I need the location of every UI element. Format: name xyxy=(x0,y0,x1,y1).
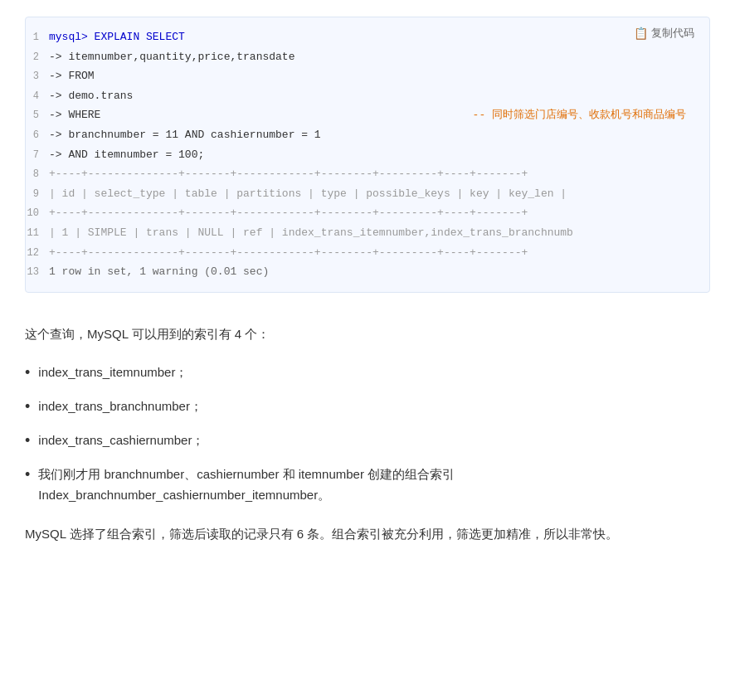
bullet-dot: • xyxy=(25,464,30,486)
code-line: 9| id | select_type | table | partitions… xyxy=(26,184,696,204)
bullet-text: index_trans_branchnumber； xyxy=(38,396,710,417)
line-number: 8 xyxy=(26,166,49,184)
code-line: 4-> demo.trans xyxy=(26,86,696,106)
bullet-item: •我们刚才用 branchnumber、cashiernumber 和 item… xyxy=(25,464,710,506)
copy-icon: 📋 xyxy=(634,27,648,40)
line-number: 2 xyxy=(26,49,49,67)
copy-button[interactable]: 📋 复制代码 xyxy=(629,24,699,42)
bullet-item: •index_trans_cashiernumber； xyxy=(25,430,710,452)
line-number: 6 xyxy=(26,127,49,145)
line-text: -> FROM xyxy=(49,66,686,85)
code-line: 1mysql> EXPLAIN SELECT xyxy=(26,27,696,47)
line-number: 7 xyxy=(26,147,49,165)
bullet-item: •index_trans_itemnumber； xyxy=(25,362,710,384)
line-text: | id | select_type | table | partitions … xyxy=(49,184,686,203)
line-text: -> itemnumber,quantity,price,transdate xyxy=(49,47,686,66)
line-text: +----+--------------+-------+-----------… xyxy=(49,164,686,183)
line-text: mysql> EXPLAIN SELECT xyxy=(49,27,686,46)
bullet-dot: • xyxy=(25,396,30,418)
code-block: 📋 复制代码 1mysql> EXPLAIN SELECT2-> itemnum… xyxy=(25,17,710,293)
code-line: 11| 1 | SIMPLE | trans | NULL | ref | in… xyxy=(26,223,696,243)
code-line: 10+----+--------------+-------+---------… xyxy=(26,203,696,223)
line-text: -> AND itemnumber = 100; xyxy=(49,145,686,164)
line-number: 10 xyxy=(26,205,49,223)
code-line: 6-> branchnumber = 11 AND cashiernumber … xyxy=(26,125,696,145)
line-text: +----+--------------+-------+-----------… xyxy=(49,243,686,262)
code-line: 12+----+--------------+-------+---------… xyxy=(26,243,696,263)
bullet-text: 我们刚才用 branchnumber、cashiernumber 和 itemn… xyxy=(38,464,710,506)
line-number: 5 xyxy=(26,107,49,125)
line-text: -- 同时筛选门店编号、收款机号和商品编号 xyxy=(298,105,686,124)
line-number: 13 xyxy=(26,264,49,282)
line-number: 12 xyxy=(26,245,49,263)
line-number: 9 xyxy=(26,186,49,204)
line-text: -> branchnumber = 11 AND cashiernumber =… xyxy=(49,125,686,144)
line-text: | 1 | SIMPLE | trans | NULL | ref | inde… xyxy=(49,223,686,242)
bullet-dot: • xyxy=(25,430,30,452)
line-number: 1 xyxy=(26,29,49,47)
bullet-dot: • xyxy=(25,362,30,384)
copy-label: 复制代码 xyxy=(651,26,694,41)
bullet-text: index_trans_cashiernumber； xyxy=(38,430,710,451)
code-line: 2-> itemnumber,quantity,price,transdate xyxy=(26,47,696,67)
code-line: 3-> FROM xyxy=(26,66,696,86)
conclusion-text: MySQL 选择了组合索引，筛选后读取的记录只有 6 条。组合索引被充分利用，筛… xyxy=(25,523,710,545)
line-text: 1 row in set, 1 warning (0.01 sec) xyxy=(49,262,686,281)
code-content: 1mysql> EXPLAIN SELECT2-> itemnumber,qua… xyxy=(26,27,696,282)
code-line: 8+----+--------------+-------+----------… xyxy=(26,164,696,184)
line-number: 11 xyxy=(26,225,49,243)
line-text: -> demo.trans xyxy=(49,86,686,105)
intro-text: 这个查询，MySQL 可以用到的索引有 4 个： xyxy=(25,323,710,345)
code-line: 5-> WHERE -- 同时筛选门店编号、收款机号和商品编号 xyxy=(26,105,696,125)
code-line: 7-> AND itemnumber = 100; xyxy=(26,145,696,165)
bullet-text: index_trans_itemnumber； xyxy=(38,362,710,383)
bullet-item: •index_trans_branchnumber； xyxy=(25,396,710,418)
line-text: -> WHERE xyxy=(49,105,298,124)
line-number: 4 xyxy=(26,88,49,106)
prose-section: 这个查询，MySQL 可以用到的索引有 4 个： •index_trans_it… xyxy=(25,316,710,565)
code-line: 131 row in set, 1 warning (0.01 sec) xyxy=(26,262,696,282)
bullet-list: •index_trans_itemnumber；•index_trans_bra… xyxy=(25,362,710,506)
line-text: +----+--------------+-------+-----------… xyxy=(49,203,686,222)
line-number: 3 xyxy=(26,68,49,86)
